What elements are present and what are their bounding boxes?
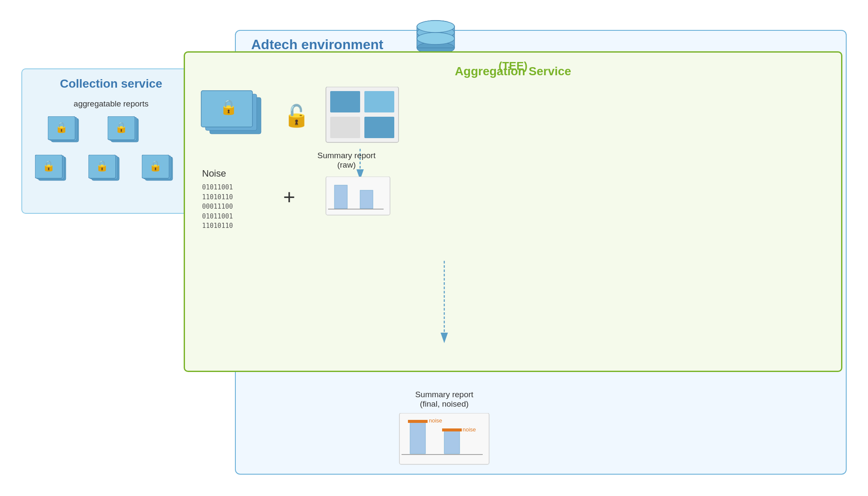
summary-final-sublabel: (final, noised)	[397, 399, 491, 409]
svg-rect-52	[410, 422, 425, 454]
summary-final-title: Summary report	[397, 390, 491, 399]
svg-point-33	[417, 32, 455, 44]
svg-text:noise: noise	[429, 417, 442, 424]
summary-final-label: Summary report (final, noised)	[397, 390, 491, 409]
main-diagram: Adtech environment Collection service ag…	[13, 13, 855, 483]
svg-point-34	[417, 21, 455, 32]
svg-text:🔒: 🔒	[55, 121, 68, 133]
noise-section: Noise 01011001 11010110 00011100 0101100…	[202, 168, 233, 231]
collection-doc-4: 🔒	[88, 155, 123, 185]
aggregation-service-tee: Aggregation Service (TEE) 🔒 🔓	[184, 51, 842, 372]
agg-service-title: Aggregation Service	[455, 65, 571, 78]
collection-doc-1: 🔒	[48, 116, 82, 146]
plus-sign: +	[283, 185, 295, 209]
collection-doc-3: 🔒	[35, 155, 69, 185]
collection-service-title: Collection service	[60, 77, 162, 91]
svg-rect-55	[408, 420, 428, 423]
svg-text:🔓: 🔓	[283, 103, 309, 129]
svg-rect-44	[364, 117, 394, 138]
svg-rect-57	[442, 428, 462, 431]
tee-locked-docs: 🔒	[198, 89, 275, 140]
arrow-tee-to-final	[419, 261, 470, 346]
collection-doc-2: 🔒	[108, 116, 142, 146]
svg-rect-41	[330, 91, 360, 112]
bar-chart-final: noise noise	[397, 413, 491, 469]
svg-text:🔒: 🔒	[42, 159, 55, 172]
summary-raw-label: Summary report (raw)	[317, 151, 375, 170]
aggregatable-reports-label: aggregatable reports	[73, 99, 148, 109]
decoded-report-icon	[322, 87, 407, 147]
svg-text:noise: noise	[463, 426, 476, 433]
summary-raw-title: Summary report	[317, 151, 375, 160]
unlock-icon: 🔓	[283, 100, 309, 130]
svg-text:🔒: 🔒	[149, 159, 162, 172]
svg-text:🔒: 🔒	[115, 121, 128, 133]
noise-binary: 01011001 11010110 00011100 01011001 1101…	[202, 183, 233, 231]
svg-rect-49	[360, 190, 373, 209]
svg-rect-42	[364, 91, 394, 112]
collection-doc-5: 🔒	[142, 155, 176, 185]
noise-label: Noise	[202, 168, 233, 179]
summary-raw-sublabel: (raw)	[317, 160, 375, 170]
collection-service-box: Collection service aggregatable reports …	[21, 68, 201, 214]
svg-rect-48	[334, 185, 347, 209]
database-icon	[414, 17, 457, 56]
svg-text:🔒: 🔒	[220, 98, 238, 116]
bar-chart-raw	[322, 177, 394, 219]
adtech-label: Adtech environment	[251, 37, 383, 53]
svg-rect-53	[444, 430, 460, 454]
svg-text:🔒: 🔒	[96, 159, 108, 172]
summary-final-section: Summary report (final, noised) noise noi…	[397, 390, 491, 470]
svg-rect-43	[330, 117, 360, 138]
